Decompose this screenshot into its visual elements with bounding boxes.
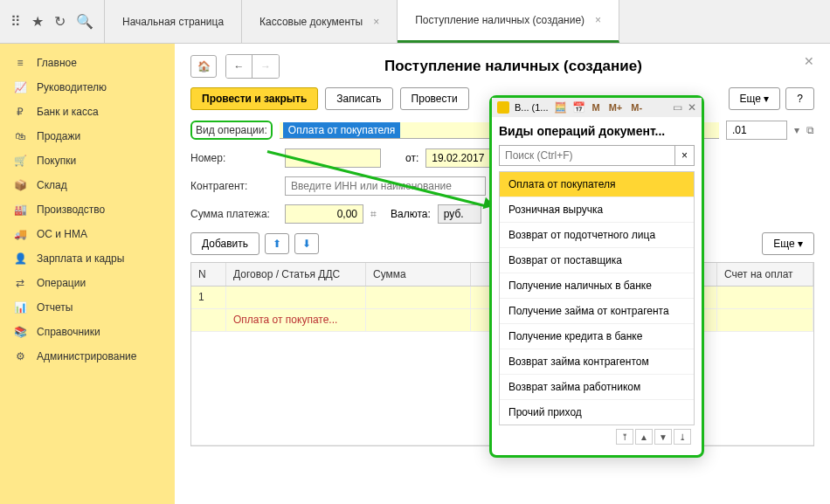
close-icon[interactable]: ×: [373, 16, 379, 28]
home-button[interactable]: 🏠: [190, 55, 217, 78]
top-toolbar: ⠿ ★ ↻ 🔍 Начальная страницаКассовые докум…: [0, 0, 830, 44]
sidebar-item[interactable]: 🏭Производство: [0, 197, 175, 222]
sidebar-item[interactable]: 📊Отчеты: [0, 295, 175, 320]
move-down-button[interactable]: ⬇: [294, 233, 319, 254]
open-icon[interactable]: ⧉: [806, 124, 814, 136]
history-icon[interactable]: ↻: [54, 13, 66, 30]
option-item[interactable]: Прочий приход: [500, 400, 694, 425]
sidebar-item-label: Продажи: [37, 130, 80, 142]
table-more-button[interactable]: Еще ▾: [762, 232, 814, 255]
scroll-up-icon[interactable]: ▲: [635, 429, 653, 445]
move-up-button[interactable]: ⬆: [265, 233, 289, 254]
sidebar-item[interactable]: ≡Главное: [0, 51, 175, 75]
sidebar-item[interactable]: ⇄Операции: [0, 271, 175, 295]
nav-icon: ≡: [12, 57, 28, 69]
sum-label: Сумма платежа:: [190, 208, 278, 220]
mem-mminus[interactable]: M-: [629, 102, 644, 113]
tab[interactable]: Поступление наличных (создание)×: [398, 0, 619, 43]
col-sum[interactable]: Сумма: [366, 263, 471, 286]
sidebar-item-label: Руководителю: [37, 81, 107, 93]
option-item[interactable]: Возврат от подотчетного лица: [500, 223, 694, 248]
sidebar-item-label: Отчеты: [37, 301, 73, 314]
quick-access: ⠿ ★ ↻ 🔍: [0, 0, 105, 43]
mem-mplus[interactable]: M+: [607, 102, 625, 113]
sidebar-item-label: Склад: [37, 179, 67, 191]
nav-icon: 🛒: [12, 155, 28, 167]
nav-icon: ⚙: [12, 350, 28, 362]
tab[interactable]: Начальная страница: [105, 0, 242, 43]
calendar-small-icon[interactable]: 📅: [572, 101, 585, 114]
currency-value: [438, 204, 481, 224]
add-button[interactable]: Добавить: [190, 232, 259, 255]
sidebar-item[interactable]: 📚Справочники: [0, 320, 175, 344]
nav-icon: ₽: [12, 106, 28, 118]
sidebar-item-label: Администрирование: [37, 350, 136, 362]
sidebar-item[interactable]: 🛍Продажи: [0, 124, 175, 148]
nav-icon: 👤: [12, 252, 28, 265]
operation-highlight: Вид операции:: [190, 121, 273, 140]
nav-icon: 📈: [12, 81, 28, 93]
nav-icon: 📊: [12, 301, 28, 314]
sidebar: ≡Главное📈Руководителю₽Банк и касса🛍Прода…: [0, 44, 175, 504]
clear-search-icon[interactable]: ×: [675, 145, 695, 166]
back-button[interactable]: ←: [226, 55, 252, 78]
nav-icon: 🛍: [12, 130, 28, 142]
option-item[interactable]: Возврат займа контрагентом: [500, 349, 694, 375]
apps-icon[interactable]: ⠿: [10, 13, 21, 30]
star-icon[interactable]: ★: [31, 13, 44, 30]
tabs: Начальная страницаКассовые документы×Пос…: [105, 0, 619, 43]
forward-button[interactable]: →: [252, 55, 279, 78]
option-item[interactable]: Розничная выручка: [500, 197, 694, 223]
tab[interactable]: Кассовые документы×: [242, 0, 398, 43]
col-invoice[interactable]: Счет на оплат: [717, 263, 813, 286]
save-button[interactable]: Записать: [325, 87, 392, 110]
option-item[interactable]: Получение займа от контрагента: [500, 299, 694, 324]
sum-input[interactable]: [285, 204, 363, 224]
calc-icon[interactable]: 🧮: [554, 101, 567, 114]
sidebar-item[interactable]: ₽Банк и касса: [0, 100, 175, 124]
mem-m[interactable]: M: [591, 102, 602, 113]
operation-types-popup: В... (1... 🧮 📅 M M+ M- ▭ ✕ Виды операций…: [489, 95, 704, 458]
sidebar-item[interactable]: 🚚ОС и НМА: [0, 222, 175, 246]
option-item[interactable]: Возврат от поставщика: [500, 248, 694, 273]
operation-value[interactable]: Оплата от покупателя: [283, 122, 400, 138]
nav-icon: 📦: [12, 179, 28, 191]
option-item[interactable]: Получение кредита в банке: [500, 324, 694, 349]
sidebar-item[interactable]: 📈Руководителю: [0, 75, 175, 100]
sidebar-item[interactable]: ⚙Администрирование: [0, 344, 175, 369]
page-title: Поступление наличных (создание): [384, 58, 642, 75]
counterparty-label: Контрагент:: [190, 180, 278, 192]
close-icon[interactable]: ×: [595, 14, 601, 26]
right-field[interactable]: [726, 121, 787, 140]
window-maximize-icon[interactable]: ▭: [673, 101, 682, 114]
nav-icon: ⇄: [12, 277, 28, 289]
more-button[interactable]: Еще ▾: [729, 87, 781, 110]
currency-label: Валюта:: [391, 208, 431, 220]
post-and-close-button[interactable]: Провести и закрыть: [190, 87, 318, 110]
post-button[interactable]: Провести: [400, 87, 469, 110]
popup-window-title: В... (1...: [515, 102, 549, 113]
sidebar-item[interactable]: 📦Склад: [0, 173, 175, 197]
nav-icon: 📚: [12, 326, 28, 338]
sidebar-item-label: Справочники: [37, 326, 100, 338]
scroll-down-icon[interactable]: ▼: [654, 429, 672, 445]
popup-search-input[interactable]: [499, 145, 675, 166]
scroll-bottom-icon[interactable]: ⤓: [674, 429, 691, 445]
calculator-icon[interactable]: ⌗: [370, 208, 377, 220]
col-n[interactable]: N: [191, 263, 226, 286]
scroll-top-icon[interactable]: ⤒: [616, 429, 633, 445]
app-icon: [497, 101, 509, 114]
col-contract[interactable]: Договор / Статья ДДС: [226, 263, 366, 286]
option-item[interactable]: Возврат займа работником: [500, 375, 694, 400]
dropdown-icon[interactable]: ▾: [794, 124, 799, 136]
search-icon[interactable]: 🔍: [76, 13, 93, 30]
sidebar-item-label: Операции: [37, 277, 86, 289]
option-item[interactable]: Оплата от покупателя: [500, 172, 694, 197]
close-icon[interactable]: ✕: [804, 54, 814, 68]
sidebar-item[interactable]: 🛒Покупки: [0, 148, 175, 173]
option-item[interactable]: Получение наличных в банке: [500, 273, 694, 299]
help-button[interactable]: ?: [785, 87, 814, 110]
window-close-icon[interactable]: ✕: [688, 101, 696, 114]
popup-titlebar[interactable]: В... (1... 🧮 📅 M M+ M- ▭ ✕: [492, 98, 702, 117]
sidebar-item[interactable]: 👤Зарплата и кадры: [0, 246, 175, 271]
